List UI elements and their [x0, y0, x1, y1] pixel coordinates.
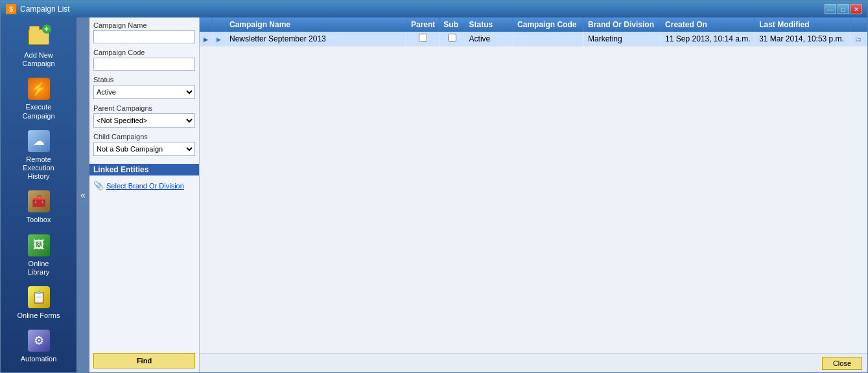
th-arrow2 [213, 17, 226, 32]
campaign-name-group: Campaign Name [93, 21, 195, 43]
window-close-button[interactable]: ✕ [850, 4, 862, 14]
sidebar-item-execute-campaign[interactable]: ⚡ ExecuteCampaign [1, 72, 76, 124]
child-campaigns-label: Child Campaigns [93, 133, 195, 141]
title-bar-left: S Campaign List [6, 4, 70, 14]
sidebar-item-automation[interactable]: ⚙ Automation [1, 324, 76, 367]
linked-entities-label: Linked Entities [93, 165, 148, 174]
row-brand-or-division: Marketing [584, 32, 661, 47]
campaign-table: Campaign Name Parent Sub Status [200, 17, 867, 47]
row-campaign-name: Newsletter September 2013 [226, 32, 407, 47]
th-brand-or-division[interactable]: Brand Or Division [584, 17, 661, 32]
maximize-button[interactable]: □ [838, 4, 849, 14]
minimize-button[interactable]: — [825, 4, 836, 14]
parent-campaigns-label: Parent Campaigns [93, 104, 195, 112]
main-window: S Campaign List — □ ✕ + Add NewCampaign [0, 0, 868, 373]
add-campaign-icon: + [26, 24, 52, 50]
toolbox-icon: 🧰 [26, 188, 52, 214]
row-extra-icon: 🗂 [855, 36, 862, 43]
campaign-code-group: Campaign Code [93, 49, 195, 71]
automation-icon: ⚙ [26, 328, 52, 354]
row-arrow2: ▶ [213, 32, 226, 47]
sidebar-item-online-forms[interactable]: 📋 Online Forms [1, 280, 76, 324]
campaign-code-label: Campaign Code [93, 49, 195, 56]
title-bar-controls: — □ ✕ [825, 4, 862, 14]
child-campaigns-group: Child Campaigns Not a Sub Campaign All S… [93, 133, 195, 156]
parent-campaigns-select[interactable]: <Not Specified> All [93, 113, 195, 128]
row-parent-checkbox[interactable] [419, 34, 427, 42]
row-arrow1-icon: ▶ [204, 36, 208, 43]
app-icon: S [6, 4, 16, 14]
linked-entities-bar: Linked Entities [89, 164, 199, 175]
th-created-on[interactable]: Created On [661, 17, 755, 32]
th-last-modified[interactable]: Last Modified [755, 17, 850, 32]
sidebar-item-toolbox[interactable]: 🧰 Toolbox [1, 185, 76, 228]
th-arrow1 [200, 17, 213, 32]
th-parent[interactable]: Parent [407, 17, 440, 32]
find-button-area: Find [93, 348, 195, 368]
th-extra [850, 17, 867, 32]
row-campaign-code [513, 32, 584, 47]
parent-campaigns-group: Parent Campaigns <Not Specified> All [93, 104, 195, 128]
row-arrow1: ▶ [200, 32, 213, 47]
sidebar-item-add-new-campaign[interactable]: + Add NewCampaign [1, 20, 76, 72]
th-campaign-code[interactable]: Campaign Code [513, 17, 584, 32]
campaign-name-label: Campaign Name [93, 21, 195, 29]
row-extra: 🗂 [850, 32, 867, 47]
remote-execution-icon: ☁ [26, 128, 52, 154]
sidebar-label-execute-campaign: ExecuteCampaign [22, 103, 54, 120]
sidebar-label-online-forms: Online Forms [17, 311, 60, 320]
sidebar: + Add NewCampaign ⚡ ExecuteCampaign ☁ Re [1, 17, 76, 372]
sidebar-label-remote-execution-history: RemoteExecutionHistory [23, 155, 54, 181]
sidebar-items: + Add NewCampaign ⚡ ExecuteCampaign ☁ Re [1, 20, 76, 372]
sidebar-item-help[interactable]: Help [1, 367, 76, 372]
sidebar-label-help: Help [31, 371, 46, 372]
table-row[interactable]: ▶ ▶ Newsletter September 2013 [200, 32, 867, 47]
campaign-name-input[interactable] [93, 30, 195, 43]
online-library-icon: 🖼 [26, 232, 52, 258]
status-group: Status Active Inactive All [93, 76, 195, 99]
sidebar-item-online-library[interactable]: 🖼 OnlineLibrary [1, 229, 76, 280]
row-parent-checkbox-cell [407, 32, 440, 47]
window-title: Campaign List [20, 5, 70, 14]
row-sub-checkbox-cell [440, 32, 465, 47]
link-icon: 📎 [93, 181, 104, 190]
sidebar-label-online-library: OnlineLibrary [28, 260, 50, 277]
table-body: ▶ ▶ Newsletter September 2013 [200, 32, 867, 47]
sidebar-label-automation: Automation [21, 355, 57, 363]
status-select[interactable]: Active Inactive All [93, 85, 195, 99]
main-content: Campaign Name Parent Sub Status [200, 17, 867, 372]
select-brand-text[interactable]: Select Brand Or Division [106, 182, 184, 190]
row-last-modified: 31 Mar 2014, 10:53 p.m. [755, 32, 850, 47]
collapse-arrow-icon: « [80, 190, 86, 200]
row-sub-checkbox[interactable] [448, 34, 456, 42]
collapse-sidebar-button[interactable]: « [76, 17, 89, 372]
execute-campaign-icon: ⚡ [26, 76, 52, 102]
sidebar-label-add-new-campaign: Add NewCampaign [22, 51, 54, 68]
sidebar-label-toolbox: Toolbox [27, 216, 51, 224]
th-status[interactable]: Status [465, 17, 513, 32]
data-grid[interactable]: Campaign Name Parent Sub Status [200, 17, 867, 353]
sidebar-item-remote-execution-history[interactable]: ☁ RemoteExecutionHistory [1, 124, 76, 185]
close-button[interactable]: Close [822, 357, 862, 370]
filter-panel: Campaign Name Campaign Code Status Activ… [89, 17, 200, 372]
child-campaigns-select[interactable]: Not a Sub Campaign All Sub Campaigns Onl… [93, 142, 195, 156]
table-header: Campaign Name Parent Sub Status [200, 17, 867, 32]
row-status: Active [465, 32, 513, 47]
select-brand-link[interactable]: 📎 Select Brand Or Division [93, 181, 195, 190]
th-campaign-name[interactable]: Campaign Name [226, 17, 407, 32]
window-body: + Add NewCampaign ⚡ ExecuteCampaign ☁ Re [1, 17, 867, 372]
online-forms-icon: 📋 [26, 284, 52, 310]
th-sub[interactable]: Sub [440, 17, 465, 32]
status-label: Status [93, 76, 195, 84]
title-bar: S Campaign List — □ ✕ [1, 1, 867, 17]
campaign-code-input[interactable] [93, 58, 195, 71]
row-created-on: 11 Sep 2013, 10:14 a.m. [661, 32, 755, 47]
find-button[interactable]: Find [93, 353, 195, 368]
header-row: Campaign Name Parent Sub Status [200, 17, 867, 32]
row-arrow2-icon: ▶ [217, 36, 221, 43]
bottom-bar: Close [200, 353, 867, 372]
